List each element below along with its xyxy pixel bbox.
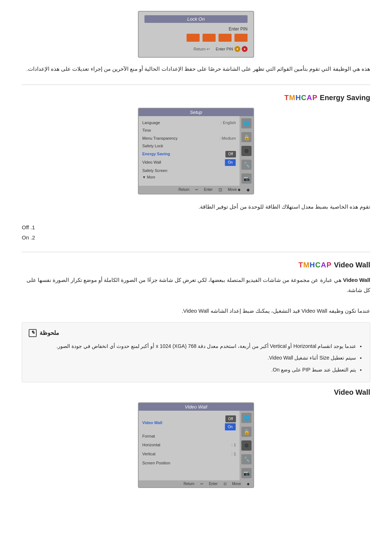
vw-enter-label: Enter (209, 482, 218, 486)
setup-row-safety-lock: Safety Lock (142, 142, 236, 150)
video-wall-section: TMHCAP Video Wall Video Wall هي عبارة عن… (22, 261, 370, 488)
pin-box-3 (203, 34, 216, 42)
vw-label-video-wall: Video Wall (142, 419, 162, 426)
setup-icon-3: ⚙ (241, 146, 252, 156)
enter-pin-btn[interactable]: ● ● Enter PIN (216, 46, 248, 52)
vw-screen-wrapper: Video Wall 🌐 🔒 ⚙ 🔧 📷 Video Wall Off (22, 402, 370, 488)
video-wall-intro-text: هي عبارة عن مجموعة من شاشات الفيديو المت… (26, 277, 370, 294)
energy-saving-header: TMHCAP Energy Saving (22, 94, 370, 102)
setup-label-time: Time (142, 127, 151, 134)
divider-1 (22, 85, 370, 85)
vw-icon-3: ⚙ (241, 440, 252, 451)
vw-letter-t: T (298, 261, 303, 269)
return-icon: ↩ (195, 188, 198, 192)
vw-label-vertical: Vertical (142, 451, 155, 457)
pin-box-4 (187, 34, 200, 42)
pin-box-2 (219, 34, 232, 42)
video-wall-when-active: عندما تكون وظيفه Video Wall قيد التشغيل،… (22, 306, 370, 316)
option-on: On (225, 159, 236, 166)
note-icon: ✎ (29, 329, 37, 337)
vw-option-off: Off (225, 415, 236, 422)
vw-option-on: On (225, 423, 236, 431)
energy-saving-title-text: Energy Saving (320, 94, 370, 102)
setup-row-safety-screen: Safety Screen (142, 167, 236, 175)
vw-move-label: Move (232, 482, 241, 486)
move-icon: ◆ (246, 187, 250, 192)
vw-bottom-bar: ◆ Move ⊡ Enter ↩ Return (139, 480, 253, 487)
setup-screen-title: Setup (139, 108, 253, 116)
lock-screen-title: Lock On (144, 15, 248, 23)
vw-body: 🌐 🔒 ⚙ 🔧 📷 Video Wall Off On (139, 411, 253, 480)
pin-boxes (144, 34, 248, 42)
letter-a: A (307, 94, 312, 102)
video-wall-subtitle: Video Wall (22, 388, 370, 397)
setup-icon-5: 📷 (241, 173, 252, 184)
setup-icon-2: 🔒 (241, 132, 252, 142)
vw-screen-title: Video Wall (139, 403, 253, 411)
tmhcap-letters-vw: TMHCAP (298, 261, 334, 269)
vw-label-format: Format (142, 433, 155, 440)
return-btn[interactable]: ↩ Return (193, 47, 210, 52)
setup-label-menu-transparency: Menu Transparency (142, 135, 177, 142)
option-on-line: 2. On (22, 233, 370, 243)
note-bullet-1: عندما يوجد انقسام Horizontal أو Vertical… (29, 341, 356, 351)
vw-screen: Video Wall 🌐 🔒 ⚙ 🔧 📷 Video Wall Off (138, 402, 254, 488)
tmhcap-letters: TMHCAP (284, 94, 320, 102)
video-wall-title-text: Video Wall (334, 261, 370, 269)
note-label: ملحوظة (40, 328, 59, 338)
letter-c: C (301, 94, 307, 102)
return-btn-label: Return (193, 47, 205, 51)
setup-screen-wrapper: Setup 🌐 🔒 ⚙ 🔧 📷 Language : English (22, 108, 370, 194)
setup-label-video-wall: Video Wall (142, 159, 161, 166)
setup-value-language: : English (221, 120, 236, 126)
pin-box-1 (234, 34, 248, 42)
note-bullet-3: يتم التعطيل عند ضبط PIP على وضع On. (29, 365, 356, 375)
setup-row-time: Time (142, 127, 236, 135)
video-wall-header: TMHCAP Video Wall (22, 261, 370, 269)
letter-t: T (284, 94, 289, 102)
setup-icon-1: 🌐 (241, 118, 252, 128)
setup-row-energy-saving: Energy Saving Off (142, 150, 236, 158)
vw-icon-1: 🌐 (241, 413, 252, 423)
vw-content: Video Wall Off On Format Horizontal (139, 411, 240, 480)
setup-icons-col: 🌐 🔒 ⚙ 🔧 📷 (240, 116, 253, 186)
enter-pin-label: Enter PIN (144, 26, 248, 32)
setup-label-safety-screen: Safety Screen (142, 168, 167, 174)
lock-buttons-row: ● ● Enter PIN ↩ Return (144, 46, 248, 52)
vw-letter-a: A (321, 261, 326, 269)
note-bullet-2: سيتم تعطيل Size أثناء تشغيل Video Wall. (29, 353, 356, 363)
setup-row-menu-transparency: Menu Transparency : Medium (142, 135, 236, 143)
vw-label-screen-position: Screen Position (142, 460, 170, 467)
energy-saving-text: تقوم هذه الخاصية بضبط معدل استهلاك الطاق… (22, 202, 370, 212)
vw-label-horizontal: Horizontal (142, 442, 160, 448)
note-bullets: عندما يوجد انقسام Horizontal أو Vertical… (29, 341, 363, 375)
vw-icon-5: 📷 (241, 468, 252, 478)
setup-more: ▼ More (142, 175, 236, 180)
setup-screen: Setup 🌐 🔒 ⚙ 🔧 📷 Language : English (138, 108, 254, 194)
note-box: ملحوظة ✎ عندما يوجد انقسام Horizontal أو… (22, 322, 370, 382)
option-off: Off (225, 151, 236, 157)
vw-row-vertical: Vertical : 1 (142, 450, 236, 459)
enter-pin-btn-label: Enter PIN (216, 47, 233, 51)
video-wall-bold: Video Wall (343, 277, 370, 283)
letter-p: P (313, 94, 318, 102)
move-label: ◆ Move (228, 188, 241, 192)
letter-h: H (295, 94, 301, 102)
setup-body: 🌐 🔒 ⚙ 🔧 📷 Language : English Time (139, 116, 253, 186)
lock-description: هذه هي الوظيفة التي تقوم بتأمين القوائم … (22, 64, 370, 74)
energy-saving-section: TMHCAP Energy Saving Setup 🌐 🔒 ⚙ 🔧 📷 (22, 94, 370, 243)
btn-red-circle: ● (242, 46, 248, 52)
option-on-text: 2. On (22, 233, 35, 243)
vw-row-video-wall: Video Wall Off On (142, 414, 236, 432)
setup-label-energy-saving: Energy Saving (142, 151, 170, 157)
vw-value-vertical: : 1 (232, 451, 236, 457)
vw-letter-c: C (315, 261, 321, 269)
setup-content: Language : English Time Menu Transparenc… (139, 116, 240, 186)
vw-enter-icon: ⊡ (224, 482, 226, 486)
setup-row-video-wall: Video Wall On (142, 158, 236, 167)
vw-return-label: Return (184, 482, 195, 486)
video-wall-body: Video Wall هي عبارة عن مجموعة من شاشات ا… (22, 275, 370, 316)
enter-icon: ⊡ (219, 187, 222, 192)
vw-row-format: Format (142, 432, 236, 441)
option-off-line: 1. Off (22, 222, 370, 233)
